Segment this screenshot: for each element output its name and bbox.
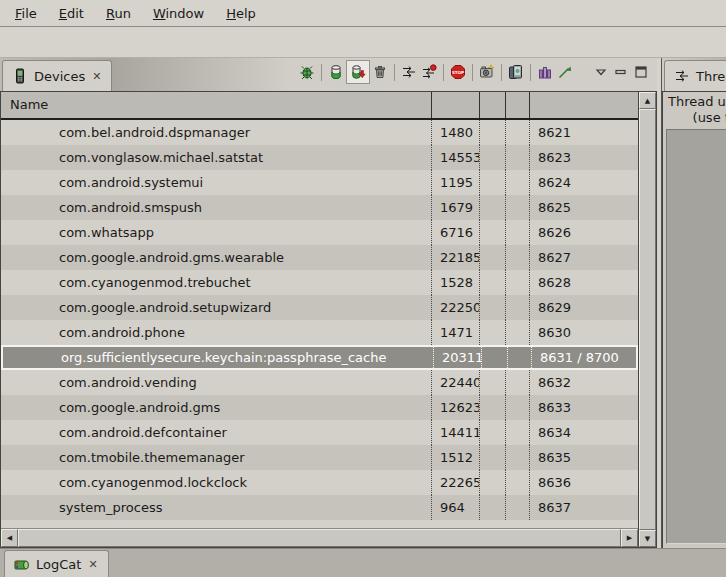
debug-icon[interactable]: [297, 62, 317, 82]
process-port: 8621: [529, 120, 638, 145]
process-port: 8626: [529, 220, 638, 245]
process-port: 8625: [529, 195, 638, 220]
close-icon[interactable]: ✕: [87, 558, 98, 571]
vertical-scroll-thumb[interactable]: [639, 109, 656, 530]
process-pid: 964: [431, 495, 479, 520]
table-row[interactable]: com.google.android.gms 12623 8633: [1, 395, 638, 420]
process-name: com.bel.android.dspmanager: [1, 120, 431, 145]
table-row[interactable]: com.android.defcontainer 14411 8634: [1, 420, 638, 445]
process-port: 8623: [529, 145, 638, 170]
menu-window[interactable]: Window: [144, 3, 213, 24]
table-row[interactable]: com.android.phone 1471 8630: [1, 320, 638, 345]
cause-gc-trash-icon[interactable]: [370, 62, 390, 82]
dump-hprof-icon[interactable]: [346, 60, 370, 84]
update-heap-icon[interactable]: [326, 62, 346, 82]
method-profiling-icon[interactable]: [419, 62, 439, 82]
process-pid: 14553: [431, 145, 479, 170]
table-row[interactable]: com.android.smspush 1679 8625: [1, 195, 638, 220]
empty-cell-1: [479, 195, 505, 220]
menubar: File Edit Run Window Help: [0, 0, 726, 27]
process-port: 8630: [529, 320, 638, 345]
scroll-down-button[interactable]: ▼: [639, 530, 656, 547]
screen-capture-camera-icon[interactable]: [477, 62, 497, 82]
close-icon[interactable]: ✕: [91, 70, 102, 83]
menu-run[interactable]: Run: [97, 3, 140, 24]
toolbar-separator: [501, 64, 502, 81]
empty-cell-2: [505, 395, 529, 420]
empty-cell-2: [505, 270, 529, 295]
column-header-empty2[interactable]: [505, 92, 529, 118]
threads-message-line2: (use toolbar button to enable): [668, 110, 726, 126]
empty-toolbar-strip: [0, 27, 726, 58]
threads-view: Threads Thread updates not enabled for s…: [662, 58, 726, 548]
empty-cell-1: [479, 395, 505, 420]
column-header-port[interactable]: [529, 92, 638, 118]
empty-cell-1: [479, 245, 505, 270]
process-pid: 6716: [431, 220, 479, 245]
update-threads-icon[interactable]: [399, 62, 419, 82]
process-name: system_process: [1, 495, 431, 520]
table-row[interactable]: com.tmobile.thememanager 1512 8635: [1, 445, 638, 470]
empty-cell-1: [479, 270, 505, 295]
arrow-up-icon: ▲: [645, 97, 650, 105]
table-row[interactable]: com.cyanogenmod.lockclock 22265 8636: [1, 470, 638, 495]
tab-threads-label: Threads: [696, 69, 726, 84]
table-row[interactable]: com.bel.android.dspmanager 1480 8621: [1, 120, 638, 145]
empty-cell-1: [479, 470, 505, 495]
table-row[interactable]: com.vonglasow.michael.satstat 14553 8623: [1, 145, 638, 170]
trace-arrow-icon[interactable]: [555, 62, 575, 82]
threads-tabstrip: Threads: [662, 58, 726, 91]
table-row[interactable]: com.google.android.gms.wearable 22185 86…: [1, 245, 638, 270]
table-row[interactable]: com.android.systemui 1195 8624: [1, 170, 638, 195]
column-header-empty1[interactable]: [479, 92, 505, 118]
process-port: 8628: [529, 270, 638, 295]
table-row[interactable]: org.sufficientlysecure.keychain:passphra…: [1, 345, 638, 370]
scroll-right-button[interactable]: ▶: [621, 529, 638, 547]
process-pid: 1512: [431, 445, 479, 470]
empty-cell-2: [505, 470, 529, 495]
threads-message-line1: Thread updates not enabled for selected …: [668, 94, 726, 110]
device-screenshots-icon[interactable]: [506, 62, 526, 82]
empty-cell-1: [479, 220, 505, 245]
table-row[interactable]: com.whatsapp 6716 8626: [1, 220, 638, 245]
vertical-scrollbar[interactable]: ▲ ▼: [638, 92, 656, 547]
minimize-icon[interactable]: [611, 62, 631, 82]
process-name: com.cyanogenmod.trebuchet: [1, 270, 431, 295]
empty-cell-1: [481, 347, 507, 368]
empty-cell-2: [505, 220, 529, 245]
process-name: com.google.android.gms: [1, 395, 431, 420]
menu-file[interactable]: File: [6, 3, 46, 24]
view-menu-chevron-down-icon[interactable]: [591, 62, 611, 82]
phone-icon: [12, 68, 28, 84]
process-pid: 22440: [431, 370, 479, 395]
devices-tabstrip: Devices ✕: [0, 58, 657, 91]
stop-icon[interactable]: STOP: [448, 62, 468, 82]
toolbar-separator: [443, 64, 444, 81]
maximize-icon[interactable]: [631, 62, 651, 82]
column-header-name[interactable]: Name: [1, 92, 431, 118]
allocation-bars-icon[interactable]: [535, 62, 555, 82]
horizontal-scroll-thumb[interactable]: [18, 529, 621, 547]
tab-threads[interactable]: Threads: [664, 60, 726, 91]
tab-logcat[interactable]: LogCat ✕: [4, 550, 109, 577]
horizontal-scrollbar[interactable]: ◀ ▶: [1, 528, 638, 547]
empty-cell-1: [479, 420, 505, 445]
scroll-left-button[interactable]: ◀: [1, 529, 18, 547]
empty-cell-1: [479, 170, 505, 195]
table-row[interactable]: com.cyanogenmod.trebuchet 1528 8628: [1, 270, 638, 295]
column-header-pid[interactable]: [431, 92, 479, 118]
scroll-up-button[interactable]: ▲: [639, 92, 656, 109]
process-port: 8635: [529, 445, 638, 470]
empty-cell-1: [479, 495, 505, 520]
tab-devices[interactable]: Devices ✕: [2, 60, 112, 91]
table-row[interactable]: com.android.vending 22440 8632: [1, 370, 638, 395]
menu-edit[interactable]: Edit: [50, 3, 93, 24]
empty-cell-1: [479, 295, 505, 320]
process-name: com.vonglasow.michael.satstat: [1, 145, 431, 170]
table-row[interactable]: system_process 964 8637: [1, 495, 638, 520]
process-port: 8627: [529, 245, 638, 270]
process-port: 8636: [529, 470, 638, 495]
menu-help[interactable]: Help: [217, 3, 265, 24]
empty-cell-2: [505, 495, 529, 520]
table-row[interactable]: com.google.android.setupwizard 22250 862…: [1, 295, 638, 320]
